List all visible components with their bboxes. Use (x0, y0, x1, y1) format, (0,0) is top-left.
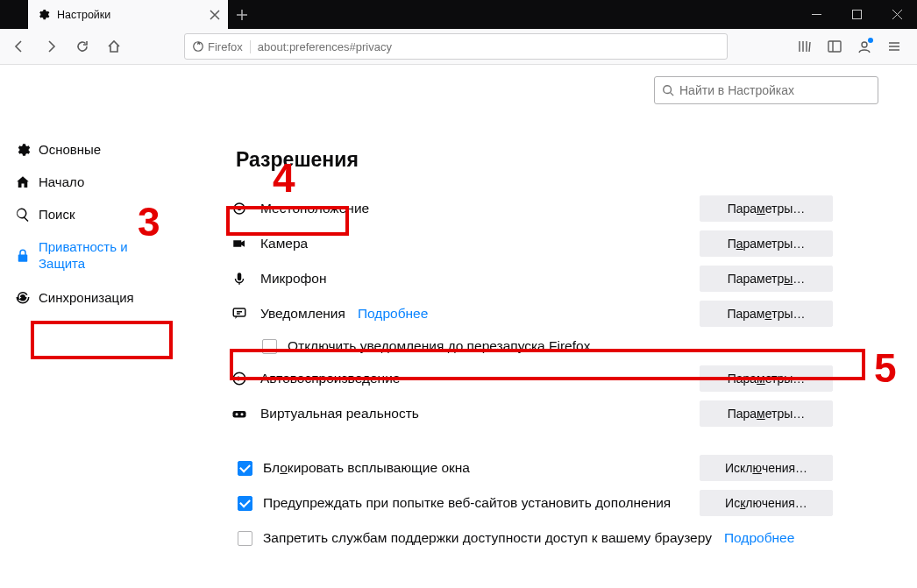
url-text: about:preferences#privacy (258, 40, 392, 53)
sidebar-label: Приватность и Защита (39, 239, 167, 273)
checkbox-unchecked[interactable] (262, 339, 277, 354)
library-button[interactable] (791, 32, 819, 60)
sidebar-item-search[interactable]: Поиск (0, 198, 178, 230)
identity-box[interactable]: Firefox (192, 40, 251, 53)
sidebar-button[interactable] (821, 32, 849, 60)
address-bar[interactable]: Firefox about:preferences#privacy (184, 33, 728, 60)
sidebar-label: Синхронизация (39, 290, 134, 305)
svg-rect-10 (233, 411, 246, 418)
perm-row-microphone: Микрофон Параметры… (231, 261, 833, 296)
svg-point-11 (236, 413, 238, 415)
gear-icon (37, 8, 50, 21)
perm-settings-button-vr[interactable]: Параметры… (700, 400, 833, 427)
row-a11y-block: Запретить службам поддержки доступности … (238, 521, 833, 556)
window-close-button[interactable] (877, 0, 917, 29)
perm-settings-button-microphone[interactable]: Параметры… (700, 266, 833, 292)
sidebar-item-general[interactable]: Основные (0, 133, 178, 166)
window-titlebar: Настройки (0, 0, 917, 29)
firefox-icon (192, 40, 204, 53)
window-maximize-button[interactable] (836, 0, 877, 29)
perm-label: Автовоспроизведение (260, 371, 400, 386)
learn-more-link[interactable]: Подробнее (358, 306, 428, 322)
camera-icon (231, 236, 247, 251)
pause-notifications-checkbox-row[interactable]: Отключить уведомления до перезапуска Fir… (262, 331, 833, 361)
sidebar-item-privacy[interactable]: Приватность и Защита (0, 230, 178, 281)
home-icon (15, 174, 31, 190)
search-icon (662, 84, 674, 96)
svg-point-6 (238, 207, 242, 211)
checkbox-label: Отключить уведомления до перезапуска Fir… (288, 338, 590, 354)
vr-icon (231, 406, 247, 422)
search-icon (15, 207, 31, 223)
tab-title: Настройки (57, 9, 202, 21)
preferences-search[interactable]: Найти в Настройках (654, 76, 878, 104)
lock-icon (15, 248, 31, 264)
exceptions-button-popups[interactable]: Исключения… (700, 455, 833, 481)
perm-label: Уведомления (260, 306, 345, 322)
perm-settings-button-location[interactable]: Параметры… (700, 195, 833, 222)
home-button[interactable] (100, 32, 128, 60)
perm-settings-button-camera[interactable]: Параметры… (700, 230, 833, 257)
sync-icon (15, 289, 31, 305)
sidebar-label: Поиск (39, 207, 75, 222)
browser-tab[interactable]: Настройки (28, 0, 228, 29)
back-button[interactable] (5, 32, 33, 60)
close-icon[interactable] (209, 9, 221, 21)
perm-row-location: Местоположение Параметры… (231, 191, 833, 226)
location-icon (231, 201, 247, 216)
perm-settings-button-notifications[interactable]: Параметры… (700, 301, 833, 327)
perm-row-autoplay: Автовоспроизведение Параметры… (231, 361, 833, 396)
svg-rect-0 (852, 11, 861, 19)
perm-row-vr: Виртуальная реальность Параметры… (231, 396, 833, 431)
categories-sidebar: Основные Начало Поиск Приватность и Защи… (0, 65, 178, 588)
perm-label: Виртуальная реальность (260, 406, 419, 422)
svg-point-3 (862, 42, 867, 47)
svg-point-12 (241, 413, 244, 415)
svg-rect-2 (828, 41, 841, 52)
checkbox-label: Запретить службам поддержки доступности … (263, 530, 712, 546)
svg-point-4 (664, 86, 672, 94)
sidebar-label: Основные (39, 142, 101, 157)
perm-settings-button-autoplay[interactable]: Параметры… (700, 365, 833, 392)
sidebar-item-sync[interactable]: Синхронизация (0, 281, 178, 314)
perm-label: Местоположение (260, 201, 369, 216)
new-tab-button[interactable] (228, 0, 256, 29)
section-title-permissions: Разрешения (231, 146, 364, 175)
menu-button[interactable] (880, 32, 908, 60)
nav-toolbar: Firefox about:preferences#privacy (0, 29, 917, 65)
checkbox-label: Предупреждать при попытке веб-сайтов уст… (263, 495, 671, 511)
perm-label: Микрофон (260, 271, 327, 287)
notification-icon (231, 306, 247, 322)
preferences-main: Найти в Настройках Разрешения Местополож… (178, 65, 917, 588)
microphone-icon (231, 271, 247, 287)
learn-more-link[interactable]: Подробнее (724, 530, 794, 546)
search-placeholder: Найти в Настройках (679, 83, 794, 97)
row-block-popups: Блокировать всплывающие окна Исключения… (238, 450, 833, 485)
account-button[interactable] (850, 32, 878, 60)
autoplay-icon (231, 371, 247, 386)
preferences-content: Основные Начало Поиск Приватность и Защи… (0, 65, 917, 588)
window-minimize-button[interactable] (796, 0, 836, 29)
reload-button[interactable] (68, 32, 96, 60)
perm-row-camera: Камера Параметры… (231, 226, 833, 261)
sidebar-label: Начало (39, 174, 84, 189)
perm-label: Камера (260, 236, 308, 251)
checkbox-checked[interactable] (238, 496, 252, 511)
checkbox-unchecked[interactable] (238, 531, 252, 546)
identity-label: Firefox (208, 40, 243, 53)
checkbox-label: Блокировать всплывающие окна (263, 460, 470, 476)
row-warn-addons: Предупреждать при попытке веб-сайтов уст… (238, 485, 833, 521)
sidebar-item-home[interactable]: Начало (0, 166, 178, 198)
exceptions-button-addons[interactable]: Исключения… (700, 490, 833, 516)
checkbox-checked[interactable] (238, 461, 252, 476)
perm-row-notifications: Уведомления Подробнее Параметры… (231, 296, 833, 331)
forward-button[interactable] (37, 32, 65, 60)
gear-icon (15, 142, 31, 158)
svg-rect-7 (238, 273, 242, 280)
